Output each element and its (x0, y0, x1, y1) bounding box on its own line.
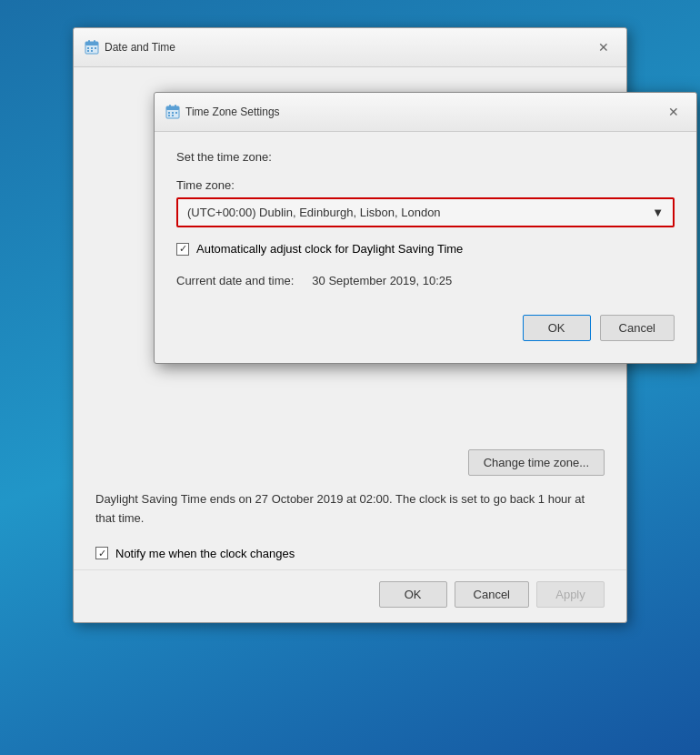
change-timezone-button[interactable]: Change time zone... (468, 449, 605, 476)
change-tz-row: Change time zone... (95, 449, 605, 476)
dropdown-arrow-icon: ▼ (652, 206, 664, 219)
inner-dialog-title: Time Zone Settings (185, 106, 280, 118)
dst-checkbox-row: ✓ Automatically adjust clock for Dayligh… (176, 242, 675, 256)
svg-rect-7 (87, 50, 89, 52)
inner-dialog-buttons: OK Cancel (176, 315, 675, 341)
timezone-label: Time zone: (176, 178, 675, 192)
notify-checkbox[interactable]: ✓ (95, 547, 108, 559)
inner-dialog-titlebar: Time Zone Settings ✕ (155, 93, 696, 132)
current-datetime-value: 30 September 2019, 10:25 (312, 274, 452, 287)
outer-close-button[interactable]: ✕ (592, 35, 615, 59)
svg-rect-12 (175, 105, 176, 108)
svg-rect-17 (172, 115, 174, 116)
outer-titlebar-left: Date and Time (85, 40, 175, 55)
outer-dialog-title: Date and Time (105, 41, 175, 54)
inner-dialog: Time Zone Settings ✕ Set the time zone: … (154, 92, 697, 364)
outer-bottom-buttons: OK Cancel Apply (74, 569, 626, 622)
dst-checkmark: ✓ (179, 243, 187, 255)
dst-checkbox-label: Automatically adjust clock for Daylight … (196, 242, 463, 256)
svg-rect-14 (172, 112, 174, 114)
svg-rect-2 (88, 40, 90, 44)
dst-info-text: Daylight Saving Time ends on 27 October … (95, 490, 605, 528)
dst-checkbox[interactable]: ✓ (176, 243, 189, 256)
inner-ok-button[interactable]: OK (523, 315, 591, 341)
svg-rect-4 (87, 47, 89, 49)
outer-ok-button[interactable]: OK (379, 581, 447, 608)
timezone-dropdown[interactable]: (UTC+00:00) Dublin, Edinburgh, Lisbon, L… (178, 199, 673, 226)
svg-rect-3 (94, 40, 95, 44)
set-timezone-label: Set the time zone: (176, 150, 675, 164)
svg-rect-13 (168, 112, 170, 114)
outer-calendar-icon (85, 40, 99, 55)
inner-dialog-content: Set the time zone: Time zone: (UTC+00:00… (155, 132, 696, 363)
timezone-selected-value: (UTC+00:00) Dublin, Edinburgh, Lisbon, L… (187, 206, 441, 219)
current-datetime-label: Current date and time: (176, 274, 294, 287)
inner-cancel-button[interactable]: Cancel (600, 315, 675, 341)
timezone-select-wrapper[interactable]: (UTC+00:00) Dublin, Edinburgh, Lisbon, L… (176, 197, 675, 227)
svg-rect-11 (169, 105, 171, 108)
notify-checkmark: ✓ (98, 548, 106, 559)
notify-label: Notify me when the clock changes (115, 547, 295, 560)
svg-rect-10 (166, 106, 179, 110)
notify-checkbox-row: ✓ Notify me when the clock changes (95, 547, 605, 560)
apply-button[interactable]: Apply (536, 581, 605, 608)
svg-rect-6 (95, 47, 96, 49)
outer-dialog: Date and Time ✕ (73, 27, 627, 623)
inner-calendar-icon (165, 105, 180, 119)
outer-dialog-titlebar: Date and Time ✕ (74, 28, 626, 67)
current-datetime-row: Current date and time: 30 September 2019… (176, 274, 675, 287)
inner-close-button[interactable]: ✕ (662, 100, 685, 124)
outer-cancel-button[interactable]: Cancel (455, 581, 529, 608)
svg-rect-1 (85, 42, 98, 45)
svg-rect-5 (91, 47, 93, 49)
svg-rect-8 (91, 50, 93, 52)
outer-main-area: Change time zone... Daylight Saving Time… (74, 449, 626, 560)
svg-rect-15 (175, 112, 177, 114)
svg-rect-16 (168, 115, 170, 116)
inner-titlebar-left: Time Zone Settings (165, 105, 280, 119)
